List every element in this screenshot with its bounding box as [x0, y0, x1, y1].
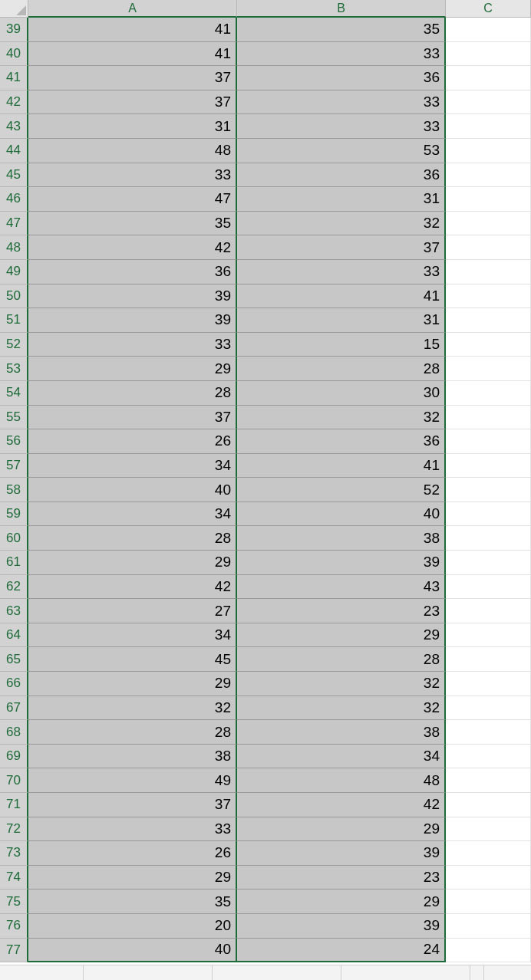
cell[interactable]: 39 [237, 914, 446, 939]
row-header[interactable]: 58 [0, 478, 28, 502]
cell[interactable] [446, 817, 531, 842]
cell[interactable] [446, 526, 531, 551]
cell[interactable]: 39 [28, 284, 237, 309]
cell[interactable] [446, 260, 531, 284]
cell[interactable] [446, 696, 531, 721]
cell[interactable]: 29 [237, 890, 446, 914]
cell[interactable]: 42 [28, 575, 237, 600]
cell[interactable]: 34 [28, 623, 237, 648]
cell[interactable]: 41 [28, 18, 237, 42]
row-header[interactable]: 47 [0, 212, 28, 236]
cell[interactable]: 32 [28, 696, 237, 721]
cell[interactable] [446, 841, 531, 866]
cell[interactable] [446, 90, 531, 115]
cell[interactable]: 36 [237, 429, 446, 454]
cell[interactable] [446, 139, 531, 163]
cell[interactable] [446, 478, 531, 502]
row-header[interactable]: 42 [0, 90, 28, 115]
cell[interactable]: 33 [237, 260, 446, 284]
cell[interactable] [446, 599, 531, 623]
cell[interactable]: 42 [237, 793, 446, 817]
cell[interactable]: 34 [28, 502, 237, 527]
cell[interactable] [446, 623, 531, 648]
row-header[interactable]: 64 [0, 623, 28, 648]
cell[interactable]: 39 [237, 551, 446, 575]
row-header[interactable]: 71 [0, 793, 28, 817]
cell[interactable]: 37 [28, 90, 237, 115]
cell[interactable]: 28 [237, 357, 446, 381]
cell[interactable] [446, 212, 531, 236]
cell[interactable]: 47 [28, 187, 237, 212]
row-header[interactable]: 62 [0, 575, 28, 600]
cell[interactable]: 29 [28, 551, 237, 575]
row-header[interactable]: 75 [0, 890, 28, 914]
cell[interactable]: 37 [28, 406, 237, 430]
cell[interactable] [446, 284, 531, 309]
cell[interactable]: 23 [237, 599, 446, 623]
column-header-C[interactable]: C [446, 0, 531, 18]
cell[interactable]: 33 [28, 333, 237, 357]
cell[interactable]: 45 [28, 647, 237, 672]
row-header[interactable]: 77 [0, 939, 28, 963]
cell[interactable] [446, 42, 531, 67]
cell[interactable]: 41 [237, 454, 446, 478]
cell[interactable]: 48 [237, 768, 446, 793]
cell[interactable]: 29 [28, 866, 237, 890]
cell[interactable]: 38 [28, 745, 237, 769]
row-header[interactable]: 48 [0, 235, 28, 260]
sheet-tab-strip[interactable] [0, 965, 531, 980]
row-header[interactable]: 59 [0, 502, 28, 527]
cell[interactable] [446, 381, 531, 406]
cell[interactable]: 37 [28, 66, 237, 90]
cell[interactable]: 31 [28, 114, 237, 139]
row-header[interactable]: 43 [0, 114, 28, 139]
cell[interactable] [446, 235, 531, 260]
cell[interactable]: 41 [237, 284, 446, 309]
cell[interactable]: 40 [237, 502, 446, 527]
row-header[interactable]: 41 [0, 66, 28, 90]
row-header[interactable]: 65 [0, 647, 28, 672]
cell[interactable]: 40 [28, 939, 237, 963]
cell[interactable]: 36 [237, 163, 446, 188]
cell[interactable]: 39 [237, 841, 446, 866]
cell[interactable]: 27 [28, 599, 237, 623]
cell[interactable]: 34 [28, 454, 237, 478]
cell[interactable] [446, 551, 531, 575]
sheet-tab-placeholder[interactable] [341, 965, 470, 980]
cell[interactable]: 53 [237, 139, 446, 163]
row-header[interactable]: 57 [0, 454, 28, 478]
cell[interactable]: 36 [28, 260, 237, 284]
row-header[interactable]: 72 [0, 817, 28, 842]
row-header[interactable]: 74 [0, 866, 28, 890]
row-header[interactable]: 70 [0, 768, 28, 793]
cell[interactable] [446, 575, 531, 600]
cell[interactable]: 32 [237, 212, 446, 236]
row-header[interactable]: 40 [0, 42, 28, 67]
select-all-corner[interactable] [0, 0, 28, 18]
cell[interactable]: 33 [237, 90, 446, 115]
cell[interactable]: 20 [28, 914, 237, 939]
cell[interactable]: 33 [28, 163, 237, 188]
cell[interactable]: 26 [28, 841, 237, 866]
cell[interactable] [446, 890, 531, 914]
cell[interactable]: 23 [237, 866, 446, 890]
cell[interactable]: 31 [237, 187, 446, 212]
cell[interactable] [446, 18, 531, 42]
cell[interactable] [446, 672, 531, 696]
grid-body[interactable]: 3941354041334137364237334331334448534533… [0, 18, 531, 962]
cell[interactable]: 39 [28, 308, 237, 333]
cell[interactable]: 40 [28, 478, 237, 502]
row-header[interactable]: 73 [0, 841, 28, 866]
row-header[interactable]: 69 [0, 745, 28, 769]
cell[interactable]: 42 [28, 235, 237, 260]
row-header[interactable]: 60 [0, 526, 28, 551]
cell[interactable]: 29 [28, 357, 237, 381]
cell[interactable] [446, 333, 531, 357]
cell[interactable]: 41 [28, 42, 237, 67]
cell[interactable]: 33 [28, 817, 237, 842]
cell[interactable]: 38 [237, 526, 446, 551]
cell[interactable]: 32 [237, 406, 446, 430]
horizontal-scroll-region[interactable] [483, 965, 531, 980]
cell[interactable] [446, 768, 531, 793]
column-header-B[interactable]: B [237, 0, 446, 18]
